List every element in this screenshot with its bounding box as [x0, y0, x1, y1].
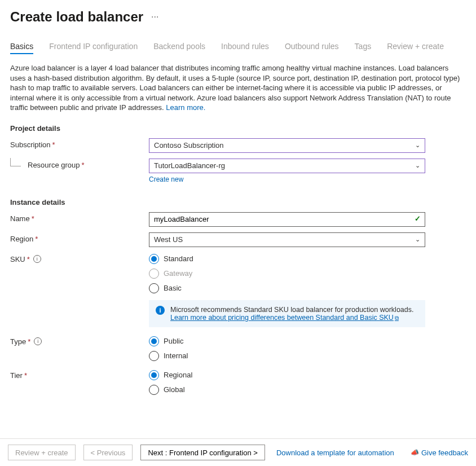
previous-button[interactable]: < Previous — [83, 445, 133, 460]
sku-pricing-link[interactable]: Learn more about pricing differences bet… — [170, 314, 399, 322]
radio-label: Public — [164, 337, 183, 345]
sku-radio-group: StandardGatewayBasic — [149, 253, 425, 293]
subscription-label: Subscription — [10, 140, 51, 149]
resource-group-label: Resource group — [28, 161, 80, 169]
radio-circle-icon — [149, 351, 159, 361]
resource-group-dropdown[interactable]: TutorLoadBalancer-rg ⌄ — [149, 159, 425, 173]
learn-more-link[interactable]: Learn more. — [166, 103, 205, 112]
required-asterisk: * — [35, 235, 38, 243]
external-link-icon: ⧉ — [395, 315, 399, 321]
radio-circle-icon — [149, 385, 159, 395]
radio-label: Global — [164, 385, 185, 394]
info-icon[interactable]: i — [34, 337, 42, 345]
create-new-link[interactable]: Create new — [149, 175, 183, 183]
tab-review-create[interactable]: Review + create — [387, 42, 444, 54]
footer-bar: Review + create < Previous Next : Fronte… — [0, 438, 476, 466]
type-label: Type — [10, 337, 26, 346]
radio-basic[interactable]: Basic — [149, 283, 425, 293]
required-asterisk: * — [28, 337, 30, 346]
tier-radio-group: RegionalGlobal — [149, 369, 425, 395]
chevron-down-icon: ⌄ — [415, 236, 420, 243]
name-input[interactable] — [149, 212, 425, 227]
required-asterisk: * — [82, 161, 85, 169]
required-asterisk: * — [32, 214, 34, 223]
radio-circle-icon — [149, 336, 159, 346]
chevron-down-icon: ⌄ — [415, 142, 420, 149]
region-label: Region — [10, 235, 33, 243]
radio-label: Internal — [164, 351, 188, 360]
region-value: West US — [154, 235, 183, 244]
subscription-dropdown[interactable]: Contoso Subscription ⌄ — [149, 138, 425, 153]
name-label: Name — [10, 214, 30, 223]
sku-recommendation-box: i Microsoft recommends Standard SKU load… — [149, 300, 425, 327]
more-actions-icon[interactable]: ··· — [151, 12, 158, 22]
subscription-value: Contoso Subscription — [154, 141, 224, 150]
chevron-down-icon: ⌄ — [415, 162, 420, 169]
project-details-header: Project details — [10, 124, 466, 133]
radio-label: Basic — [164, 284, 182, 292]
radio-circle-icon — [149, 370, 159, 380]
page-title: Create load balancer — [10, 9, 143, 25]
radio-circle-icon — [149, 269, 159, 279]
give-feedback-link[interactable]: Give feedback — [421, 449, 468, 457]
tier-label: Tier — [10, 371, 23, 380]
radio-standard[interactable]: Standard — [149, 254, 425, 264]
radio-circle-icon — [149, 254, 159, 264]
radio-label: Regional — [164, 371, 192, 379]
tab-outbound-rules[interactable]: Outbound rules — [285, 42, 339, 54]
radio-label: Gateway — [164, 269, 192, 278]
radio-circle-icon — [149, 283, 159, 293]
radio-regional[interactable]: Regional — [149, 370, 425, 380]
tab-bar: BasicsFrontend IP configurationBackend p… — [10, 42, 466, 54]
required-asterisk: * — [27, 255, 30, 263]
review-create-button[interactable]: Review + create — [8, 445, 76, 460]
type-radio-group: PublicInternal — [149, 335, 425, 361]
tab-frontend-ip-configuration[interactable]: Frontend IP configuration — [49, 42, 138, 54]
info-icon: i — [156, 306, 165, 315]
sku-label: SKU — [10, 255, 25, 263]
megaphone-icon: 📣 — [411, 449, 419, 456]
radio-internal[interactable]: Internal — [149, 351, 425, 361]
tab-basics[interactable]: Basics — [10, 42, 33, 54]
tab-backend-pools[interactable]: Backend pools — [153, 42, 205, 54]
download-template-link[interactable]: Download a template for automation — [276, 449, 394, 457]
required-asterisk: * — [52, 140, 55, 149]
region-dropdown[interactable]: West US ⌄ — [149, 232, 425, 247]
sku-recommend-text: Microsoft recommends Standard SKU load b… — [170, 306, 413, 314]
next-button[interactable]: Next : Frontend IP configuration > — [140, 445, 265, 460]
radio-public[interactable]: Public — [149, 336, 425, 346]
resource-group-value: TutorLoadBalancer-rg — [154, 161, 225, 170]
tab-inbound-rules[interactable]: Inbound rules — [221, 42, 269, 54]
tab-tags[interactable]: Tags — [355, 42, 372, 54]
info-icon[interactable]: i — [33, 255, 41, 263]
instance-details-header: Instance details — [10, 198, 466, 206]
radio-gateway: Gateway — [149, 269, 425, 279]
required-asterisk: * — [24, 371, 27, 380]
radio-global[interactable]: Global — [149, 385, 425, 395]
radio-label: Standard — [164, 254, 193, 263]
intro-paragraph: Azure load balancer is a layer 4 load ba… — [10, 63, 466, 113]
intro-text: Azure load balancer is a layer 4 load ba… — [10, 64, 460, 112]
